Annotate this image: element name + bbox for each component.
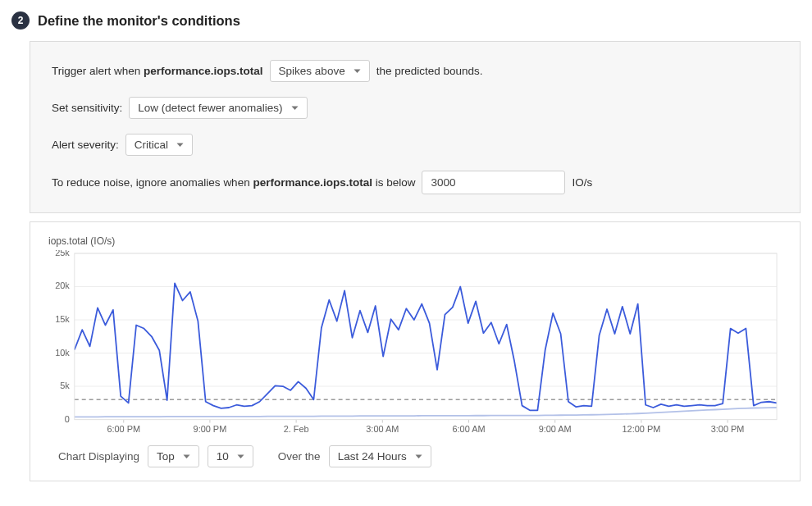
- iops-chart: 05k10k15k20k25k6:00 PM9:00 PM2. Feb3:00 …: [48, 250, 782, 437]
- conditions-panel: Trigger alert when performance.iops.tota…: [30, 41, 801, 213]
- noise-unit: IO/s: [572, 176, 592, 189]
- severity-select[interactable]: Critical: [125, 134, 193, 156]
- chevron-down-icon: [237, 454, 244, 459]
- section-title: Define the monitor's conditions: [38, 13, 240, 29]
- trigger-suffix: the predicted bounds.: [376, 65, 483, 77]
- svg-text:6:00 PM: 6:00 PM: [107, 424, 140, 434]
- svg-text:10k: 10k: [55, 348, 70, 358]
- chevron-down-icon: [176, 143, 184, 148]
- svg-text:2. Feb: 2. Feb: [284, 424, 309, 434]
- svg-text:0: 0: [65, 414, 70, 424]
- svg-text:5k: 5k: [60, 381, 70, 390]
- sensitivity-label: Set sensitivity:: [52, 102, 122, 114]
- severity-row: Alert severity: Critical: [52, 134, 778, 156]
- sensitivity-row: Set sensitivity: Low (detect fewer anoma…: [52, 97, 778, 119]
- trigger-operator-select[interactable]: Spikes above: [270, 60, 370, 82]
- severity-label: Alert severity:: [52, 139, 119, 151]
- svg-text:6:00 AM: 6:00 AM: [453, 424, 486, 434]
- trigger-text: Trigger alert when performance.iops.tota…: [52, 65, 263, 77]
- chevron-down-icon: [291, 106, 299, 111]
- chart-displaying-label: Chart Displaying: [58, 450, 139, 463]
- svg-text:9:00 PM: 9:00 PM: [194, 424, 227, 434]
- noise-text: To reduce noise, ignore anomalies when p…: [52, 176, 415, 189]
- step-number-badge: 2: [11, 11, 30, 30]
- chevron-down-icon: [354, 69, 361, 74]
- svg-text:9:00 AM: 9:00 AM: [539, 424, 572, 434]
- chart-panel: iops.total (IO/s) 05k10k15k20k25k6:00 PM…: [30, 221, 801, 481]
- sensitivity-select[interactable]: Low (detect fewer anomalies): [129, 97, 307, 119]
- svg-text:15k: 15k: [55, 314, 70, 324]
- chart-top-select[interactable]: Top: [148, 445, 199, 467]
- trigger-row: Trigger alert when performance.iops.tota…: [52, 60, 778, 82]
- noise-threshold-input[interactable]: [422, 171, 565, 194]
- chevron-down-icon: [183, 454, 190, 459]
- noise-row: To reduce noise, ignore anomalies when p…: [52, 171, 778, 194]
- chart-count-select[interactable]: 10: [208, 445, 253, 467]
- chart-over-label: Over the: [278, 450, 321, 463]
- noise-metric: performance.iops.total: [253, 176, 372, 189]
- svg-rect-0: [75, 253, 777, 420]
- chart-y-label: iops.total (IO/s): [48, 235, 782, 247]
- chevron-down-icon: [415, 454, 422, 459]
- trigger-metric: performance.iops.total: [144, 65, 263, 77]
- chart-controls: Chart Displaying Top 10 Over the Last 24…: [48, 445, 782, 467]
- chart-range-select[interactable]: Last 24 Hours: [329, 445, 431, 467]
- svg-text:20k: 20k: [55, 280, 70, 290]
- svg-text:3:00 PM: 3:00 PM: [711, 424, 745, 434]
- svg-text:12:00 PM: 12:00 PM: [623, 424, 661, 434]
- svg-text:3:00 AM: 3:00 AM: [366, 424, 399, 434]
- svg-text:25k: 25k: [55, 250, 70, 258]
